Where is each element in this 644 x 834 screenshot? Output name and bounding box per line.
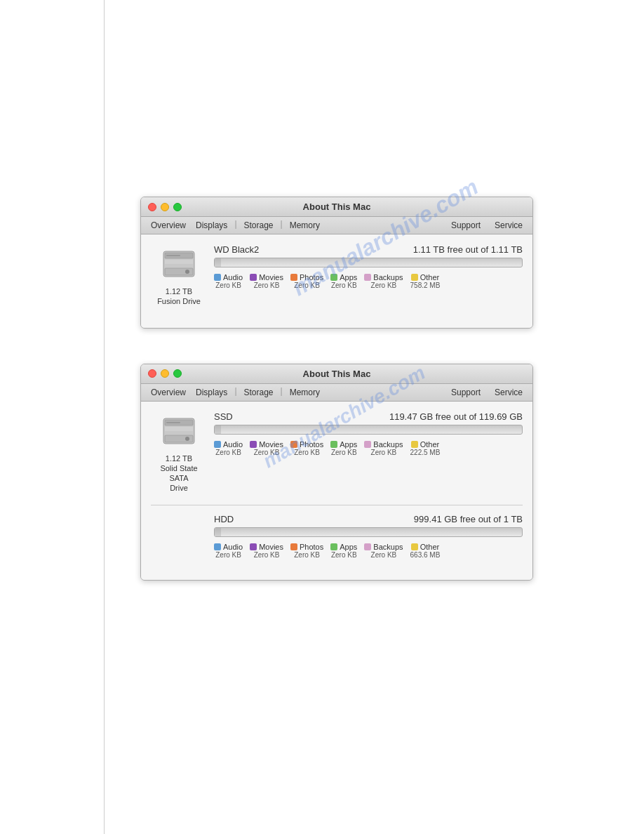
legend-color-audio-ssd [214,441,221,448]
menu-displays-1[interactable]: Displays [192,219,232,232]
legend-name-backups-hdd: Backups [373,543,403,551]
menu-memory-2[interactable]: Memory [286,386,324,399]
storage-info-1: WD Black2 1.11 TB free out of 1.11 TB Au… [207,244,523,289]
drive-icon-area-1: 1.12 TB Fusion Drive [151,244,207,307]
legend-val-apps-ssd: Zero KB [331,449,357,456]
traffic-lights-1 [148,203,182,211]
legend-audio-1: Audio Zero KB [214,273,243,289]
storage-legend-1: Audio Zero KB Movies Zero KB [214,273,523,289]
legend-color-movies-hdd [250,543,257,550]
legend-val-apps-hdd: Zero KB [331,551,357,559]
legend-color-other-ssd [411,441,418,448]
legend-color-apps-ssd [330,441,337,448]
legend-color-apps-1 [330,274,337,281]
window-title-1: About This Mac [303,201,371,212]
storage-divider [151,505,523,505]
titlebar-2: About This Mac [141,364,532,384]
legend-movies-hdd: Movies Zero KB [250,543,283,559]
legend-name-audio-ssd: Audio [223,440,243,449]
menu-displays-2[interactable]: Displays [192,386,232,399]
legend-photos-ssd: Photos Zero KB [290,440,323,456]
minimize-button[interactable] [161,203,169,211]
svg-point-5 [185,270,189,274]
menu-support-1[interactable]: Support [447,219,485,232]
content-1: 1.12 TB Fusion Drive WD Black2 1.11 TB f… [141,234,532,328]
svg-rect-3 [165,264,193,268]
storage-free-hdd: 999.41 GB free out of 1 TB [414,514,523,524]
menu-service-1[interactable]: Service [490,219,527,232]
legend-audio-ssd: Audio Zero KB [214,440,243,456]
legend-other-hdd: Other 663.6 MB [410,543,441,559]
menubar-1: Overview Displays | Storage | Memory Sup… [141,217,532,234]
storage-free-ssd: 119.47 GB free out of 119.69 GB [389,411,523,422]
left-border [104,0,105,834]
close-button-2[interactable] [148,369,156,378]
legend-name-backups-ssd: Backups [373,440,403,449]
legend-apps-hdd: Apps Zero KB [330,543,357,559]
svg-rect-13 [166,422,180,423]
legend-val-other-1: 758.2 MB [410,282,441,289]
menu-storage-1[interactable]: Storage [240,219,278,232]
storage-bar-ssd [214,425,523,435]
storage-entry-1: 1.12 TB Fusion Drive WD Black2 1.11 TB f… [151,244,523,307]
legend-movies-ssd: Movies Zero KB [250,440,283,456]
maximize-button[interactable] [173,203,182,211]
legend-val-backups-hdd: Zero KB [371,551,397,559]
menubar-left-2: Overview Displays | Storage | Memory [147,386,324,399]
close-button[interactable] [148,203,156,211]
legend-backups-ssd: Backups Zero KB [364,440,403,456]
legend-val-backups-1: Zero KB [371,282,397,289]
menu-storage-2[interactable]: Storage [240,386,278,399]
legend-val-audio-1: Zero KB [215,282,241,289]
sep2-1: | [279,219,284,232]
legend-backups-hdd: Backups Zero KB [364,543,403,559]
svg-rect-2 [165,260,193,264]
drive-label-1: 1.12 TB Fusion Drive [157,286,201,307]
minimize-button-2[interactable] [161,369,169,378]
legend-name-audio-hdd: Audio [223,543,243,551]
menu-overview-1[interactable]: Overview [147,219,190,232]
legend-val-photos-hdd: Zero KB [294,551,320,559]
legend-color-backups-hdd [364,543,371,550]
storage-entry-hdd: HDD 999.41 GB free out of 1 TB Audio [151,514,523,559]
content-2: 1.12 TB Solid State SATA Drive SSD 119.4… [141,402,532,580]
legend-val-photos-ssd: Zero KB [294,449,320,456]
menu-service-2[interactable]: Service [490,386,527,399]
storage-bar-fill-hdd [215,528,221,536]
legend-val-backups-ssd: Zero KB [371,449,397,456]
traffic-lights-2 [148,369,182,378]
storage-header-hdd: HDD 999.41 GB free out of 1 TB [214,514,523,524]
menu-support-2[interactable]: Support [447,386,485,399]
legend-color-audio-hdd [214,543,221,550]
legend-val-audio-hdd: Zero KB [215,551,241,559]
legend-name-audio-1: Audio [223,273,243,282]
storage-info-ssd: SSD 119.47 GB free out of 119.69 GB Audi… [207,411,523,456]
legend-val-apps-1: Zero KB [331,282,357,289]
legend-name-other-hdd: Other [420,543,440,551]
storage-bar-fill-1 [215,258,221,267]
legend-backups-1: Backups Zero KB [364,273,403,289]
storage-name-ssd: SSD [214,411,233,422]
menubar-right-1: Support Service [447,219,527,232]
legend-name-photos-1: Photos [300,273,323,282]
legend-name-photos-ssd: Photos [300,440,323,449]
drive-icon-svg-1 [159,244,199,284]
legend-val-audio-ssd: Zero KB [215,449,241,456]
storage-free-1: 1.11 TB free out of 1.11 TB [413,244,523,255]
legend-val-photos-1: Zero KB [294,282,320,289]
menubar-left-1: Overview Displays | Storage | Memory [147,219,324,232]
legend-name-movies-hdd: Movies [259,543,283,551]
legend-name-photos-hdd: Photos [300,543,323,551]
storage-name-hdd: HDD [214,514,234,524]
storage-header-ssd: SSD 119.47 GB free out of 119.69 GB [214,411,523,422]
legend-movies-1: Movies Zero KB [250,273,283,289]
maximize-button-2[interactable] [173,369,182,378]
svg-rect-6 [166,255,180,256]
drive-icon-area-ssd: 1.12 TB Solid State SATA Drive [151,411,207,494]
legend-other-ssd: Other 222.5 MB [410,440,441,456]
storage-info-hdd: HDD 999.41 GB free out of 1 TB Audio [207,514,523,559]
menu-overview-2[interactable]: Overview [147,386,190,399]
legend-color-photos-hdd [290,543,297,550]
legend-color-movies-ssd [250,441,257,448]
menu-memory-1[interactable]: Memory [286,219,324,232]
